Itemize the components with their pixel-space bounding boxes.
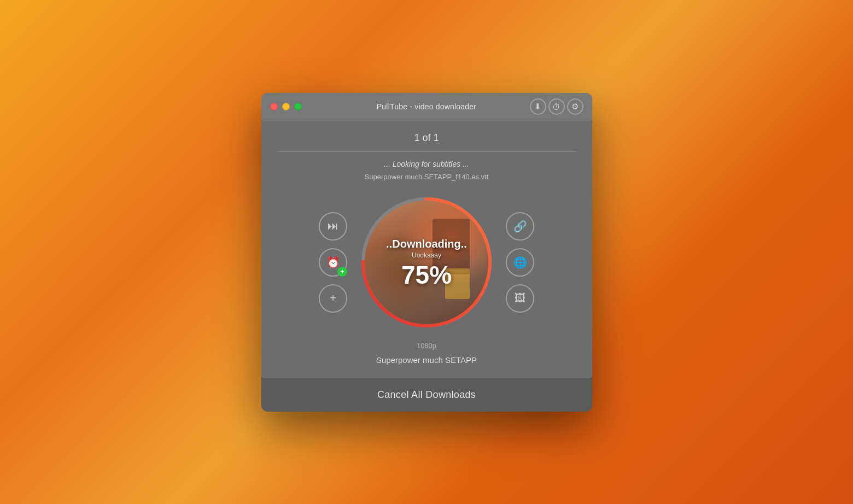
add-button[interactable]: +	[319, 284, 347, 313]
plus-icon: +	[330, 292, 336, 304]
divider	[278, 151, 576, 152]
app-window: PullTube - video downloader ⬇ ⏱ ⚙ 1 of 1…	[261, 93, 592, 412]
progress-circle[interactable]: ..Downloading.. Uookaaay 75%	[358, 194, 495, 331]
subtitle-status: ... Looking for subtitles ...	[278, 160, 576, 168]
titlebar: PullTube - video downloader ⬇ ⏱ ⚙	[261, 93, 592, 121]
window-title: PullTube - video downloader	[377, 102, 476, 111]
download-counter: 1 of 1	[278, 132, 576, 144]
subtitle-filename: Superpower much SETAPP_f140.es.vtt	[278, 173, 576, 181]
globe-icon: 🌐	[513, 256, 527, 269]
left-controls: ⏭ ⏰ + +	[319, 212, 347, 313]
download-icon: ⬇	[534, 102, 541, 112]
maximize-button[interactable]	[294, 103, 302, 110]
image-icon: 🖼	[515, 292, 525, 304]
close-button[interactable]	[270, 103, 278, 110]
video-thumbnail	[365, 201, 488, 324]
settings-icon-button[interactable]: ⚙	[567, 98, 583, 115]
clock-icon: ⏱	[552, 102, 560, 112]
main-content: 1 of 1 ... Looking for subtitles ... Sup…	[261, 121, 592, 365]
traffic-lights	[270, 103, 302, 110]
clock-icon: ⏰	[326, 256, 340, 269]
cancel-all-downloads-button[interactable]: Cancel All Downloads	[261, 378, 592, 412]
minimize-button[interactable]	[282, 103, 290, 110]
history-icon-button[interactable]: ⏱	[548, 98, 565, 115]
link-button[interactable]: 🔗	[506, 212, 534, 241]
thumbnail-button[interactable]: 🖼	[506, 284, 534, 313]
skip-icon: ⏭	[328, 220, 338, 232]
photo-simulation	[365, 201, 488, 324]
skip-button[interactable]: ⏭	[319, 212, 347, 241]
gear-icon: ⚙	[571, 102, 579, 112]
quality-label: 1080p	[278, 342, 576, 350]
schedule-button[interactable]: ⏰ +	[319, 248, 347, 277]
download-icon-button[interactable]: ⬇	[530, 98, 546, 115]
link-icon: 🔗	[513, 220, 527, 233]
schedule-badge: +	[337, 267, 347, 277]
right-controls: 🔗 🌐 🖼	[506, 212, 534, 313]
main-row: ⏭ ⏰ + +	[278, 194, 576, 331]
video-title: Superpower much SETAPP	[278, 355, 576, 365]
titlebar-actions: ⬇ ⏱ ⚙	[530, 98, 583, 115]
browser-button[interactable]: 🌐	[506, 248, 534, 277]
